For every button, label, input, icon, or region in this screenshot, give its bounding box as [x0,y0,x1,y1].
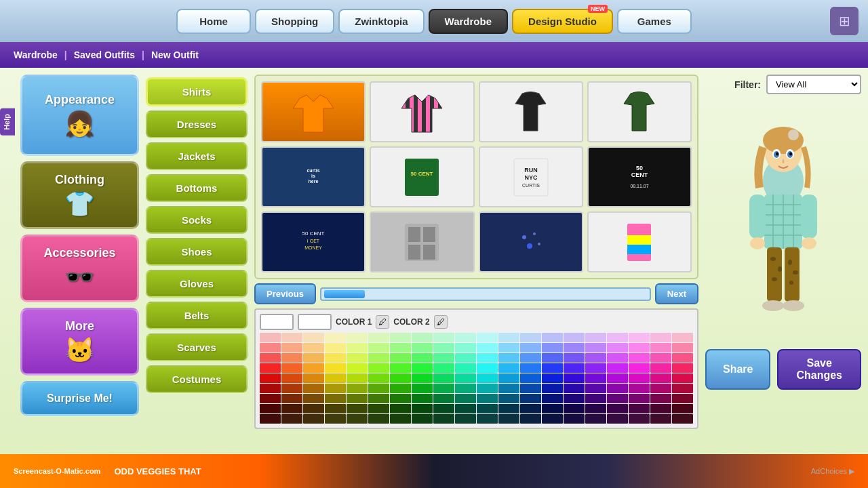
nav-design-studio[interactable]: Design Studio NEW [512,9,613,34]
color-cell[interactable] [390,353,411,363]
color-cell[interactable] [260,363,281,373]
color-cell[interactable] [477,373,498,383]
color-cell[interactable] [412,343,433,352]
sec-nav-wardrobe[interactable]: Wardrobe [14,49,58,60]
color-cell[interactable] [347,343,368,352]
color-cell[interactable] [672,353,693,363]
color-cell[interactable] [542,404,563,413]
color-cell[interactable] [281,384,302,393]
color-cell[interactable] [585,414,606,424]
color-cell[interactable] [260,394,281,403]
ad-choices[interactable]: AdChoices ▶ [811,467,854,476]
category-more[interactable]: More 🐱 [20,308,139,375]
color-cell[interactable] [347,404,368,413]
color-cell[interactable] [477,353,498,363]
color-cell[interactable] [564,363,585,373]
item-9[interactable] [370,211,474,272]
color-cell[interactable] [281,333,302,342]
item-11[interactable] [587,211,692,272]
color-cell[interactable] [564,343,585,352]
color-cell[interactable] [650,404,671,413]
color-cell[interactable] [607,394,628,403]
color-cell[interactable] [433,343,454,352]
color-cell[interactable] [390,373,411,383]
color-cell[interactable] [325,373,346,383]
color-cell[interactable] [303,384,324,393]
color-cell[interactable] [303,404,324,413]
top-right-button[interactable] [830,7,859,35]
nav-home[interactable]: Home [176,9,251,34]
color-cell[interactable] [303,363,324,373]
color-cell[interactable] [412,414,433,424]
color-cell[interactable] [433,394,454,403]
color-cell[interactable] [672,363,693,373]
color-cell[interactable] [498,404,519,413]
color-cell[interactable] [498,333,519,342]
sub-dresses[interactable]: Dresses [146,110,248,138]
item-3[interactable] [587,81,692,142]
save-changes-button[interactable]: Save Changes [777,349,861,390]
color-cell[interactable] [347,414,368,424]
color-cell[interactable] [390,343,411,352]
color-cell[interactable] [477,384,498,393]
color-cell[interactable] [542,384,563,393]
next-button[interactable]: Next [655,283,698,304]
color-cell[interactable] [455,394,476,403]
color-cell[interactable] [368,343,389,352]
color-cell[interactable] [564,384,585,393]
color-cell[interactable] [260,373,281,383]
color-cell[interactable] [564,333,585,342]
color-cell[interactable] [672,373,693,383]
color-cell[interactable] [650,414,671,424]
color-cell[interactable] [650,384,671,393]
item-2[interactable] [479,81,583,142]
color-cell[interactable] [433,384,454,393]
color-cell[interactable] [585,343,606,352]
color-cell[interactable] [303,333,324,342]
item-5[interactable]: 50 CENT [370,146,474,207]
color-cell[interactable] [303,414,324,424]
color-cell[interactable] [564,404,585,413]
color-cell[interactable] [455,343,476,352]
color-cell[interactable] [629,404,650,413]
color-cell[interactable] [303,353,324,363]
color-cell[interactable] [585,333,606,342]
color-cell[interactable] [325,343,346,352]
color-cell[interactable] [672,343,693,352]
sub-gloves[interactable]: Gloves [146,270,248,298]
color-cell[interactable] [412,404,433,413]
nav-shopping[interactable]: Shopping [255,9,334,34]
color-cell[interactable] [368,373,389,383]
color-cell[interactable] [477,414,498,424]
surprise-button[interactable]: Surprise Me! [20,381,139,416]
color-cell[interactable] [629,384,650,393]
color-cell[interactable] [498,414,519,424]
color-cell[interactable] [433,404,454,413]
color-cell[interactable] [412,333,433,342]
item-10[interactable] [479,211,583,272]
color-cell[interactable] [368,333,389,342]
color-cell[interactable] [477,333,498,342]
color-cell[interactable] [325,394,346,403]
color-cell[interactable] [347,373,368,383]
color-cell[interactable] [498,384,519,393]
item-7[interactable]: 50 CENT 08.11.07 [587,146,692,207]
color-cell[interactable] [650,333,671,342]
color-cell[interactable] [260,343,281,352]
color-cell[interactable] [368,394,389,403]
sub-shirts[interactable]: Shirts [146,77,248,106]
color-cell[interactable] [650,353,671,363]
color-cell[interactable] [520,384,541,393]
color-cell[interactable] [564,353,585,363]
color-cell[interactable] [281,343,302,352]
color-cell[interactable] [498,363,519,373]
color-cell[interactable] [650,373,671,383]
nav-games[interactable]: Games [617,9,692,34]
color-cell[interactable] [390,404,411,413]
color-cell[interactable] [520,333,541,342]
color-cell[interactable] [390,394,411,403]
color-cell[interactable] [498,394,519,403]
color-cell[interactable] [433,333,454,342]
color-cell[interactable] [585,384,606,393]
color-cell[interactable] [347,333,368,342]
